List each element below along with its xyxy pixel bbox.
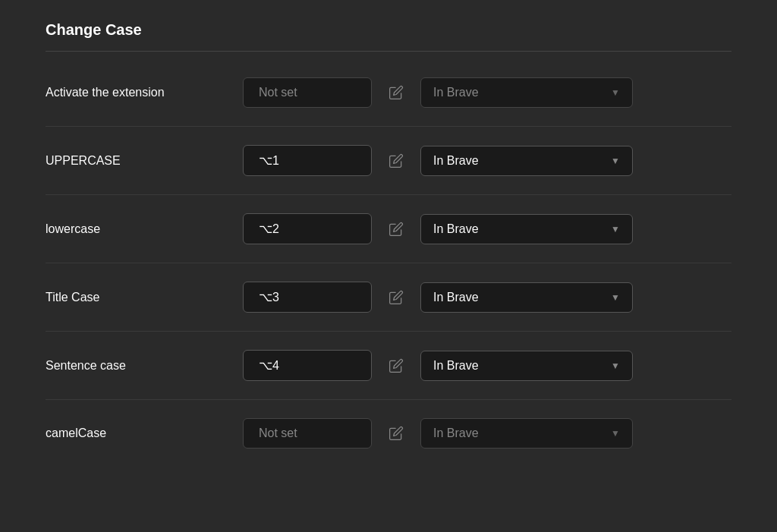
dropdown-uppercase[interactable]: In Brave▼ [420,146,633,176]
label-activate-extension: Activate the extension [46,86,243,99]
edit-icon-camel-case[interactable] [381,426,411,441]
label-sentence-case: Sentence case [46,359,243,373]
dropdown-camel-case: In Brave▼ [420,418,633,449]
page-title: Change Case [46,21,142,38]
dropdown-label-uppercase: In Brave [433,154,479,168]
chevron-down-icon-camel-case: ▼ [611,428,620,439]
dropdown-label-sentence-case: In Brave [433,359,479,373]
chevron-down-icon-sentence-case: ▼ [611,360,620,371]
shortcut-camel-case[interactable]: Not set [243,418,372,449]
edit-icon-title-case[interactable] [381,290,411,305]
dropdown-label-title-case: In Brave [433,291,479,304]
shortcut-uppercase[interactable]: ⌥1 [243,145,372,176]
dropdown-label-camel-case: In Brave [433,427,479,440]
row-title-case: Title Case⌥3 In Brave▼ [46,263,731,332]
chevron-down-icon-activate-extension: ▼ [611,87,620,98]
edit-icon-lowercase[interactable] [381,222,411,237]
chevron-down-icon-uppercase: ▼ [611,156,620,166]
chevron-down-icon-title-case: ▼ [611,292,620,303]
dropdown-label-activate-extension: In Brave [433,86,479,99]
dropdown-activate-extension: In Brave▼ [420,77,633,108]
label-camel-case: camelCase [46,427,243,440]
edit-icon-activate-extension[interactable] [381,85,411,100]
dropdown-label-lowercase: In Brave [433,222,479,236]
label-lowercase: lowercase [46,222,243,236]
settings-rows: Activate the extensionNot set In Brave▼U… [46,59,731,467]
shortcut-activate-extension[interactable]: Not set [243,77,372,108]
row-lowercase: lowercase⌥2 In Brave▼ [46,195,731,263]
row-camel-case: camelCaseNot set In Brave▼ [46,400,731,467]
label-title-case: Title Case [46,291,243,304]
row-sentence-case: Sentence case⌥4 In Brave▼ [46,332,731,400]
chevron-down-icon-lowercase: ▼ [611,224,620,235]
shortcut-title-case[interactable]: ⌥3 [243,282,372,313]
page-header: Change Case [46,0,731,52]
shortcut-sentence-case[interactable]: ⌥4 [243,350,372,381]
dropdown-title-case[interactable]: In Brave▼ [420,282,633,313]
dropdown-sentence-case[interactable]: In Brave▼ [420,351,633,381]
edit-icon-uppercase[interactable] [381,153,411,168]
label-uppercase: UPPERCASE [46,154,243,168]
row-activate-extension: Activate the extensionNot set In Brave▼ [46,59,731,127]
settings-page: Change Case Activate the extensionNot se… [0,0,777,532]
edit-icon-sentence-case[interactable] [381,358,411,373]
row-uppercase: UPPERCASE⌥1 In Brave▼ [46,127,731,195]
dropdown-lowercase[interactable]: In Brave▼ [420,214,633,244]
shortcut-lowercase[interactable]: ⌥2 [243,213,372,244]
